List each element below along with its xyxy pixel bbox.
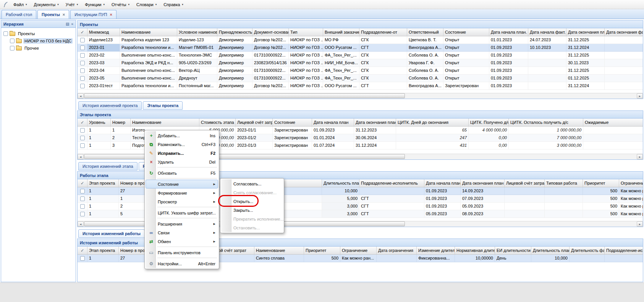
scroll-right-icon[interactable]: ►	[637, 93, 643, 99]
select-column-header[interactable]: ✓	[78, 247, 87, 254]
node-checkbox[interactable]	[3, 31, 8, 36]
table-row[interactable]: 2023-02Выполнение опытно-конс...Технолог…	[78, 52, 643, 59]
table-row[interactable]: 2023-01тестРазработка технологии и...Пос…	[78, 82, 643, 90]
menu-item-approve[interactable]: Согласовать...	[221, 179, 283, 188]
scroll-right-icon[interactable]: ►	[637, 154, 643, 159]
menu-item-state[interactable]: Состояние▶	[146, 180, 218, 188]
menu-item-add[interactable]: +Добавить...Ins	[146, 131, 218, 140]
column-header[interactable]: Номер в проекте	[119, 247, 147, 254]
node-checkbox[interactable]	[10, 46, 15, 50]
menu-dictionaries[interactable]: Словари▾	[133, 1, 160, 8]
column-header[interactable]: Дата начала факт.	[528, 28, 566, 36]
column-header[interactable]: Дата ограничения	[377, 247, 417, 254]
column-header[interactable]: Документ-основание	[252, 28, 289, 36]
row-checkbox[interactable]	[80, 212, 85, 216]
table-row[interactable]: 2023-01Разработка технологии и...Магнит …	[78, 44, 643, 52]
row-checkbox[interactable]	[80, 68, 85, 73]
tab-pup-instructions[interactable]: Инструкции ПУП×	[70, 10, 117, 19]
column-header[interactable]: Длительность план▼	[322, 179, 359, 187]
scroll-left-icon[interactable]: ◄	[78, 154, 84, 159]
row-checkbox[interactable]	[80, 204, 85, 209]
column-header[interactable]: Дата окончания план	[354, 119, 396, 126]
column-header[interactable]: Дата окончания факт.	[605, 28, 643, 36]
row-checkbox[interactable]	[80, 45, 85, 50]
tab-desktop[interactable]: Рабочий стол	[2, 10, 36, 19]
menu-item-exchange[interactable]: ⇄Обмен▶	[146, 237, 218, 246]
column-header[interactable]: Подразделение-исполнитель	[605, 247, 643, 254]
menu-item-open[interactable]: Открыть...	[221, 197, 283, 206]
table-row[interactable]: Изделие123Разработка изделия 123Изделие-…	[78, 36, 643, 44]
close-tab-icon[interactable]: ×	[110, 13, 112, 17]
menu-item-close[interactable]: Закрыть...	[221, 206, 283, 214]
tree-node[interactable]: Проекты	[2, 30, 75, 37]
menu-documents[interactable]: Документы▾	[31, 1, 62, 8]
row-checkbox[interactable]	[80, 189, 85, 193]
column-header[interactable]: Длительность факт	[570, 247, 605, 254]
menu-functions[interactable]: Функции▾	[81, 1, 108, 8]
row-checkbox[interactable]	[80, 143, 85, 148]
column-header[interactable]: Лицевой счёт затрат	[505, 179, 545, 187]
column-header[interactable]: Ограничение	[619, 179, 643, 187]
column-header[interactable]: Этап проекта	[87, 247, 119, 254]
row-checkbox[interactable]	[80, 128, 85, 133]
menu-item-refresh[interactable]: ↻ОбновитьF5	[146, 169, 218, 177]
horizontal-scrollbar[interactable]: ◄ ►	[78, 93, 643, 99]
menu-reports[interactable]: Отчёты▾	[108, 1, 133, 8]
row-checkbox[interactable]	[80, 76, 85, 81]
panel-tab[interactable]: История изменений проекта	[78, 101, 142, 110]
row-checkbox[interactable]	[80, 53, 85, 58]
tab-projects[interactable]: Проекты×	[37, 10, 69, 19]
column-header[interactable]: Ответственный	[407, 28, 443, 36]
menu-item-view[interactable]: Просмотр▶	[146, 197, 218, 206]
menu-help[interactable]: Справка▾	[160, 1, 187, 8]
table-row[interactable]: 2023-04Выполнение опытно-конс...Вектор-А…	[78, 67, 643, 75]
column-header[interactable]: ЦИТК. Осталось получить д/с	[509, 119, 583, 126]
column-header[interactable]: Приоритет	[304, 247, 340, 254]
menu-item-delete[interactable]: ×УдалитьDel	[146, 157, 218, 166]
column-header[interactable]: Условное наименование	[177, 28, 217, 36]
select-column-header[interactable]: ✓	[78, 179, 87, 187]
row-checkbox[interactable]	[80, 136, 85, 140]
menu-item-citk-cost-code[interactable]: ЦИТК. Указать шифр затрат...	[146, 208, 218, 217]
collapse-icon[interactable]: «	[71, 22, 73, 26]
scroll-left-icon[interactable]: ◄	[78, 93, 84, 99]
scroll-thumb[interactable]	[84, 154, 405, 159]
column-header[interactable]: Принадлежность	[217, 28, 252, 36]
column-header[interactable]: Мнемокод	[87, 28, 120, 36]
column-header[interactable]: Подразделение-от	[359, 28, 407, 36]
column-header[interactable]: Наименование	[120, 28, 177, 36]
panel-tab[interactable]: Этапы проекта	[143, 101, 183, 110]
menu-item-settings[interactable]: ⚙Настройки...Alt+Enter	[146, 259, 218, 268]
row-checkbox[interactable]	[80, 84, 85, 88]
table-row[interactable]: 2023-05Выполнение опытно-конс...Дредноут…	[78, 75, 643, 82]
column-header[interactable]: Состояние	[443, 28, 489, 36]
column-header[interactable]: Подразделение-исполнитель	[359, 179, 424, 187]
scroll-right-icon[interactable]: ►	[637, 221, 643, 227]
row-checkbox[interactable]	[80, 196, 85, 201]
menu-item-toolbar[interactable]: ▭Панель инструментов	[146, 248, 218, 257]
menu-item-edit[interactable]: ✎Исправить...F2	[146, 149, 218, 157]
column-header[interactable]: Наименование	[254, 247, 304, 254]
column-header[interactable]: Дата начала план.	[424, 179, 461, 187]
panel-tab[interactable]: История изменений работы	[78, 229, 145, 238]
column-header[interactable]: Изменение длительности	[417, 247, 455, 254]
column-header[interactable]: Приоритет	[583, 179, 619, 187]
column-header[interactable]: Дата окончания пл.	[566, 28, 605, 36]
column-header[interactable]: Дата окончания план	[461, 179, 505, 187]
panel-tab[interactable]: История изменений этапа	[78, 162, 138, 170]
column-header[interactable]: Лицевой счёт затрат	[236, 119, 273, 126]
tree-node[interactable]: НИОКР по ГОЗ без НДС	[2, 37, 75, 44]
row-checkbox[interactable]	[80, 256, 85, 261]
column-header[interactable]: Наименование	[131, 119, 199, 126]
column-header[interactable]: ЦИТК. Получено д/с	[469, 119, 509, 126]
column-header[interactable]: Внешний заказчик	[323, 28, 359, 36]
menu-item-formation[interactable]: Формирование▶	[146, 188, 218, 197]
column-header[interactable]: Нормативная длительность	[455, 247, 495, 254]
column-header[interactable]: Типовая работа	[545, 179, 583, 187]
column-header[interactable]: Дата начала план.	[489, 28, 528, 36]
column-header[interactable]: Этап проекта	[87, 179, 119, 187]
table-row[interactable]: 2023-03Разработка ЭКД и РКД н...905-U020…	[78, 59, 643, 67]
column-header[interactable]: ЦИТК. Дней до окончания	[396, 119, 469, 126]
menu-item-links[interactable]: ∞Связи▶	[146, 228, 218, 237]
column-header[interactable]: Номер	[111, 119, 131, 126]
